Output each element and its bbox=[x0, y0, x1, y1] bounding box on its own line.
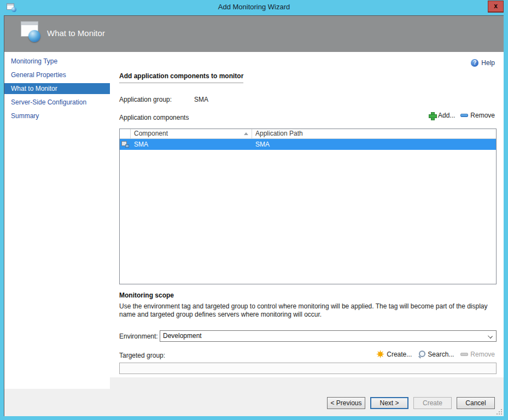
sidebar-item-what-to-monitor[interactable]: What to Monitor bbox=[4, 83, 110, 94]
sidebar-item-summary[interactable]: Summary bbox=[4, 110, 110, 121]
search-label: Search... bbox=[428, 351, 454, 358]
monitoring-scope-title: Monitoring scope bbox=[119, 291, 174, 299]
content-bottom-spacer bbox=[110, 377, 504, 389]
content-pane: ? Help Add application components to mon… bbox=[110, 52, 504, 389]
component-icon bbox=[121, 141, 129, 148]
page-banner: What to Monitor bbox=[4, 16, 504, 52]
sidebar-item-monitoring-type[interactable]: Monitoring Type bbox=[4, 56, 110, 67]
application-components-label: Application components bbox=[119, 114, 189, 121]
monitoring-scope-description: Use the environment tag and targeted gro… bbox=[119, 302, 502, 319]
cancel-button[interactable]: Cancel bbox=[457, 397, 495, 409]
search-group-button[interactable]: Search... bbox=[418, 351, 454, 358]
remove-component-button[interactable]: Remove bbox=[460, 112, 495, 119]
monitor-page-icon bbox=[21, 21, 43, 45]
remove-label: Remove bbox=[470, 112, 495, 119]
help-icon: ? bbox=[471, 59, 478, 67]
remove-group-label: Remove bbox=[470, 351, 495, 358]
table-header-row: Component Application Path bbox=[120, 129, 496, 139]
add-label: Add... bbox=[438, 112, 455, 119]
sidebar-item-general-properties[interactable]: General Properties bbox=[4, 69, 110, 80]
application-components-table: Component Application Path SMA SMA bbox=[119, 129, 497, 284]
component-cell: SMA bbox=[131, 141, 252, 148]
help-link[interactable]: ? Help bbox=[471, 59, 495, 67]
wizard-footer: < Previous Next > Create Cancel bbox=[4, 389, 504, 416]
help-label: Help bbox=[481, 59, 495, 67]
section-title: Add application components to monitor bbox=[119, 72, 243, 83]
wizard-body: What to Monitor Monitoring Type General … bbox=[4, 15, 504, 416]
component-list-actions: Add... Remove bbox=[429, 112, 495, 119]
environment-dropdown[interactable]: Development bbox=[160, 330, 497, 342]
environment-selected-value: Development bbox=[163, 332, 202, 340]
application-path-cell: SMA bbox=[252, 141, 496, 148]
minus-disabled-icon bbox=[460, 353, 468, 356]
minus-icon bbox=[460, 114, 468, 117]
remove-group-button: Remove bbox=[460, 351, 495, 358]
sort-ascending-icon bbox=[244, 132, 248, 135]
create-label: Create... bbox=[387, 351, 412, 358]
create-button: Create bbox=[413, 397, 452, 409]
search-icon bbox=[418, 351, 425, 358]
previous-button[interactable]: < Previous bbox=[327, 397, 365, 409]
wizard-steps-sidebar: Monitoring Type General Properties What … bbox=[4, 52, 110, 389]
add-component-button[interactable]: Add... bbox=[429, 112, 455, 119]
application-group-value: SMA bbox=[194, 96, 208, 103]
component-column-header[interactable]: Component bbox=[131, 129, 252, 138]
chevron-down-icon bbox=[488, 334, 493, 339]
targeted-group-field[interactable] bbox=[119, 363, 497, 374]
next-button[interactable]: Next > bbox=[370, 397, 408, 409]
close-button[interactable]: x bbox=[488, 1, 504, 13]
icon-column-header[interactable] bbox=[120, 129, 131, 138]
resize-grip[interactable] bbox=[497, 409, 502, 415]
create-group-button[interactable]: Create... bbox=[376, 350, 412, 358]
targeted-group-label: Targeted group: bbox=[119, 352, 165, 359]
sidebar-item-server-side-configuration[interactable]: Server-Side Configuration bbox=[4, 97, 110, 108]
targeted-group-actions: Create... Search... Remove bbox=[376, 350, 495, 358]
page-title: What to Monitor bbox=[47, 28, 105, 38]
plus-icon bbox=[429, 112, 436, 119]
titlebar: Add Monitoring Wizard x bbox=[0, 0, 508, 15]
add-monitoring-wizard-window: Add Monitoring Wizard x What to Monitor … bbox=[0, 0, 508, 420]
application-group-label: Application group: bbox=[119, 96, 172, 103]
window-title: Add Monitoring Wizard bbox=[0, 3, 508, 11]
environment-label: Environment: bbox=[119, 332, 158, 340]
starburst-icon bbox=[376, 350, 384, 358]
table-row[interactable]: SMA SMA bbox=[120, 139, 496, 150]
application-path-column-header[interactable]: Application Path bbox=[252, 129, 496, 138]
